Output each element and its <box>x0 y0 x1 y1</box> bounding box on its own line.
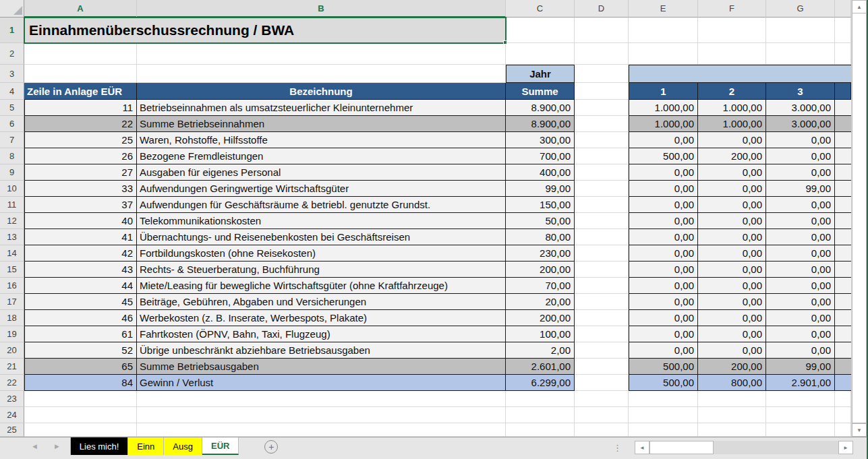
cell-month3[interactable]: 0,00 <box>766 213 835 229</box>
header-partial-cell[interactable] <box>835 83 851 100</box>
cell-partial[interactable] <box>835 262 851 278</box>
cell-month1[interactable]: 1.000,00 <box>629 116 698 132</box>
cell-h2[interactable] <box>835 43 851 65</box>
cell-f23[interactable] <box>698 391 766 407</box>
cell-month2[interactable]: 0,00 <box>698 342 766 359</box>
cell-month1[interactable]: 0,00 <box>629 181 698 197</box>
cell-gap[interactable] <box>575 116 629 132</box>
column-header-partial[interactable] <box>835 0 851 18</box>
cell-summe[interactable]: 300,00 <box>506 132 575 148</box>
cell-c23[interactable] <box>506 391 575 407</box>
cell-g1[interactable] <box>766 18 835 43</box>
cell-d24[interactable] <box>575 407 629 423</box>
sheet-tab[interactable]: Einn <box>128 437 164 455</box>
cell-a2[interactable] <box>24 43 137 65</box>
cell-f24[interactable] <box>698 407 766 423</box>
cell-month2[interactable]: 0,00 <box>698 326 766 342</box>
cell-c1[interactable] <box>506 18 575 43</box>
cell-month1[interactable]: 0,00 <box>629 132 698 148</box>
cell-month3[interactable]: 0,00 <box>766 132 835 148</box>
cell-month2[interactable]: 800,00 <box>698 375 766 391</box>
cell-partial[interactable] <box>835 100 851 116</box>
cell-e23[interactable] <box>629 391 698 407</box>
cell-gap[interactable] <box>575 262 629 278</box>
cell-month2[interactable]: 0,00 <box>698 132 766 148</box>
cell-month2[interactable]: 0,00 <box>698 245 766 262</box>
cell-bezeichnung[interactable]: Übrige unbeschränkt abziehbare Betriebsa… <box>137 342 506 359</box>
cell-month2[interactable]: 0,00 <box>698 197 766 213</box>
cell-g23[interactable] <box>766 391 835 407</box>
sheet-tab[interactable]: Lies mich! <box>71 437 129 455</box>
row-header-2[interactable]: 2 <box>0 43 24 65</box>
row-header-23[interactable]: 23 <box>0 391 24 407</box>
cell-zeile[interactable]: 65 <box>24 359 137 375</box>
column-header-e[interactable]: E <box>629 0 698 18</box>
cell-d3[interactable] <box>575 65 629 83</box>
row-header[interactable]: 22 <box>0 375 24 391</box>
cell-partial[interactable] <box>835 116 851 132</box>
cell-month1[interactable]: 0,00 <box>629 164 698 181</box>
cell-g2[interactable] <box>766 43 835 65</box>
cell-b2[interactable] <box>137 43 506 65</box>
cell-d4[interactable] <box>575 83 629 100</box>
cell-month1[interactable]: 0,00 <box>629 278 698 294</box>
row-header-1[interactable]: 1 <box>0 18 24 43</box>
cell-partial[interactable] <box>835 164 851 181</box>
cell-gap[interactable] <box>575 245 629 262</box>
cell-g24[interactable] <box>766 407 835 423</box>
cell-summe[interactable]: 230,00 <box>506 245 575 262</box>
row-header[interactable]: 13 <box>0 229 24 245</box>
cell-c24[interactable] <box>506 407 575 423</box>
cell-bezeichnung[interactable]: Summe Betriebsausgaben <box>137 359 506 375</box>
cell-month2[interactable]: 0,00 <box>698 262 766 278</box>
cell-bezeichnung[interactable]: Gewinn / Verlust <box>137 375 506 391</box>
cell-gap[interactable] <box>575 342 629 359</box>
select-all-button[interactable] <box>0 0 24 18</box>
tab-split-handle-icon[interactable]: ⋮ <box>613 443 623 453</box>
cell-bezeichnung[interactable]: Fortbildungskosten (ohne Reisekosten) <box>137 245 506 262</box>
cell-month1[interactable]: 1.000,00 <box>629 100 698 116</box>
cell-g25[interactable] <box>766 423 835 437</box>
cell-c25[interactable] <box>506 423 575 437</box>
cell-b25[interactable] <box>137 423 506 437</box>
cell-zeile[interactable]: 22 <box>24 116 137 132</box>
cell-summe[interactable]: 700,00 <box>506 148 575 164</box>
cell-bezeichnung[interactable]: Fahrtkosten (ÖPNV, Bahn, Taxi, Flugzeug) <box>137 326 506 342</box>
cell-a25[interactable] <box>24 423 137 437</box>
title-cell[interactable]: Einnahmenüberschussrechnung / BWA <box>24 18 506 43</box>
cell-gap[interactable] <box>575 326 629 342</box>
cell-summe[interactable]: 8.900,00 <box>506 116 575 132</box>
cell-month3[interactable]: 3.000,00 <box>766 116 835 132</box>
cell-month2[interactable]: 0,00 <box>698 294 766 310</box>
cell-month3[interactable]: 0,00 <box>766 245 835 262</box>
row-header[interactable]: 8 <box>0 148 24 164</box>
cell-gap[interactable] <box>575 359 629 375</box>
header-month2-cell[interactable]: 2 <box>698 83 766 100</box>
cell-gap[interactable] <box>575 132 629 148</box>
cell-month3[interactable]: 2.901,00 <box>766 375 835 391</box>
header-month3-cell[interactable]: 3 <box>766 83 835 100</box>
cell-month1[interactable]: 500,00 <box>629 375 698 391</box>
cell-partial[interactable] <box>835 229 851 245</box>
row-header-3[interactable]: 3 <box>0 65 24 83</box>
cell-partial[interactable] <box>835 132 851 148</box>
jahr-header-cell[interactable]: Jahr <box>506 65 575 83</box>
cell-month3[interactable]: 0,00 <box>766 278 835 294</box>
column-header-g[interactable]: G <box>766 0 835 18</box>
scroll-up-button[interactable]: ▲ <box>852 0 867 13</box>
cell-month2[interactable]: 1.000,00 <box>698 100 766 116</box>
horizontal-scroll-track[interactable] <box>714 441 838 454</box>
cell-zeile[interactable]: 84 <box>24 375 137 391</box>
cell-gap[interactable] <box>575 164 629 181</box>
cell-b24[interactable] <box>137 407 506 423</box>
row-header[interactable]: 19 <box>0 326 24 342</box>
sheet-tab[interactable]: EÜR <box>202 437 239 455</box>
cell-month3[interactable]: 0,00 <box>766 229 835 245</box>
cell-month1[interactable]: 0,00 <box>629 310 698 326</box>
row-header[interactable]: 14 <box>0 245 24 262</box>
cell-summe[interactable]: 20,00 <box>506 294 575 310</box>
cell-summe[interactable]: 70,00 <box>506 278 575 294</box>
cell-summe[interactable]: 99,00 <box>506 181 575 197</box>
header-zeile-cell[interactable]: Zeile in Anlage EÜR <box>24 83 137 100</box>
cell-h1[interactable] <box>835 18 851 43</box>
